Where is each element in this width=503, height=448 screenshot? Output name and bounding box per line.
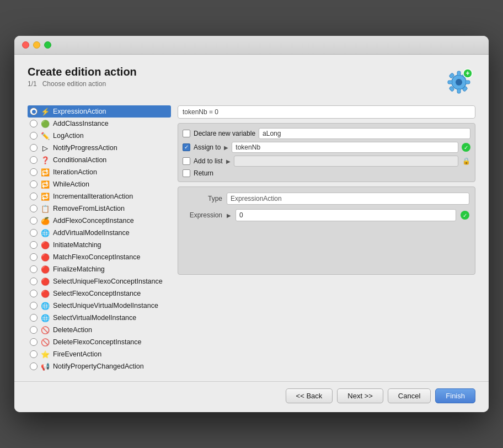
expression-bar: tokenNb = 0 [178,105,475,119]
action-label-selectuniquevirtualmodelinstance: SelectUniqueVirtualModelInstance [53,302,158,310]
radio-selectflexoconceptinstance[interactable] [30,290,38,297]
declare-variable-input[interactable] [259,128,470,139]
action-item-matchflexoconceptinstance[interactable]: 🔴MatchFlexoConceptInstance [28,251,171,263]
title-bar [14,36,489,55]
return-checkbox[interactable] [183,169,190,177]
radio-selectuniquevirtualmodelinstance[interactable] [30,302,38,310]
action-label-addclassinstance: AddClassInstance [53,120,109,127]
action-item-deleteflexoconceptinstance[interactable]: 🚫DeleteFlexoConceptInstance [28,336,171,348]
type-row: Type [184,193,469,205]
action-icon-selectflexoconceptinstance: 🔴 [41,289,50,298]
action-item-finalizematching[interactable]: 🔴FinalizeMatching [28,263,171,275]
svg-point-1 [456,79,462,86]
radio-iterationaction[interactable] [30,168,38,176]
action-icon-whileaction: 🔁 [41,180,50,189]
action-item-selectvirtualmodelinstance[interactable]: 🌐SelectVirtualModelInstance [28,312,171,324]
action-label-addflexoconceptinstance: AddFlexoConceptInstance [53,217,134,225]
action-item-notifypropertychangedaction[interactable]: 📢NotifyPropertyChangedAction [28,360,171,372]
action-item-removefromlistaction[interactable]: 📋RemoveFromListAction [28,202,171,215]
action-label-fireeventaction: FireEventAction [53,350,101,358]
action-icon-notifypropertychangedaction: 📢 [41,362,50,371]
close-button[interactable] [22,41,29,49]
radio-addvirtualmodelinstance[interactable] [30,229,38,237]
gear-icon: + [442,66,475,101]
main-window: Create edition action 1/1 Choose edition… [14,36,489,412]
type-input [227,193,469,205]
action-item-logaction[interactable]: ✏️LogAction [28,130,171,142]
svg-rect-5 [465,81,470,84]
action-label-iterationaction: IterationAction [53,168,97,176]
radio-removefromlistaction[interactable] [30,205,38,212]
assign-to-input[interactable] [232,142,458,153]
action-icon-expressionaction: ⚡ [41,107,50,116]
action-item-addflexoconceptinstance[interactable]: 🍊AddFlexoConceptInstance [28,215,171,227]
radio-fireeventaction[interactable] [30,350,38,358]
action-item-incrementaliterationaction[interactable]: 🔁IncrementalIterationAction [28,190,171,202]
radio-initiatematching[interactable] [30,241,38,249]
radio-notifypropertychangedaction[interactable] [30,362,38,370]
add-to-list-label: Add to list [194,157,223,165]
action-label-notifyprogressaction: NotifyProgressAction [53,144,117,152]
action-label-conditionalaction: ConditionalAction [53,156,106,164]
add-to-list-checkbox[interactable] [183,157,190,165]
action-label-selectvirtualmodelinstance: SelectVirtualModelInstance [53,314,136,322]
radio-expressionaction[interactable] [30,108,38,115]
expr-input[interactable] [236,209,456,221]
action-item-deleteaction[interactable]: 🚫DeleteAction [28,324,171,336]
return-label: Return [194,169,213,177]
action-label-matchflexoconceptinstance: MatchFlexoConceptInstance [53,253,140,261]
add-to-list-lock-icon: 🔒 [462,157,470,166]
radio-whileaction[interactable] [30,180,38,188]
radio-logaction[interactable] [30,132,38,140]
radio-conditionalaction[interactable] [30,156,38,164]
action-item-addvirtualmodelinstance[interactable]: 🌐AddVirtualModelInstance [28,227,171,239]
step-info: 1/1 Choose edition action [28,80,137,88]
action-item-selectuniqueflexoconceptinstance[interactable]: 🔴SelectUniqueFlexoConceptInstance [28,275,171,287]
action-icon-deleteflexoconceptinstance: 🚫 [41,338,50,346]
radio-notifyprogressaction[interactable] [30,144,38,152]
cancel-button[interactable]: Cancel [388,388,431,403]
radio-addclassinstance[interactable] [30,120,38,127]
step-number: 1/1 [28,80,37,88]
action-icon-addflexoconceptinstance: 🍊 [41,216,50,225]
action-label-deleteaction: DeleteAction [53,326,92,334]
action-item-whileaction[interactable]: 🔁WhileAction [28,178,171,190]
radio-addflexoconceptinstance[interactable] [30,217,38,225]
next-button[interactable]: Next >> [337,388,383,403]
action-label-logaction: LogAction [53,132,84,140]
action-item-iterationaction[interactable]: 🔁IterationAction [28,166,171,178]
action-icon-initiatematching: 🔴 [41,241,50,249]
radio-matchflexoconceptinstance[interactable] [30,253,38,261]
finish-button[interactable]: Finish [435,388,475,403]
radio-finalizematching[interactable] [30,265,38,273]
action-label-finalizematching: FinalizeMatching [53,265,105,273]
action-item-addclassinstance[interactable]: 🟢AddClassInstance [28,118,171,130]
assign-to-valid-icon [462,143,470,152]
action-item-notifyprogressaction[interactable]: ▷NotifyProgressAction [28,142,171,154]
radio-deleteflexoconceptinstance[interactable] [30,338,38,346]
svg-rect-4 [448,81,452,84]
minimize-button[interactable] [33,41,40,49]
action-icon-removefromlistaction: 📋 [41,204,50,213]
radio-deleteaction[interactable] [30,326,38,334]
action-icon-conditionalaction: ❓ [41,156,50,164]
action-icon-selectuniquevirtualmodelinstance: 🌐 [41,301,50,310]
action-list: ⚡ExpressionAction🟢AddClassInstance✏️LogA… [28,105,171,372]
radio-selectvirtualmodelinstance[interactable] [30,314,38,322]
options-panel: Declare new variable Assign to ▶ [178,123,475,182]
radio-selectuniqueflexoconceptinstance[interactable] [30,278,38,285]
action-item-fireeventaction[interactable]: ⭐FireEventAction [28,348,171,360]
declare-variable-checkbox[interactable] [183,130,190,137]
action-item-selectflexoconceptinstance[interactable]: 🔴SelectFlexoConceptInstance [28,287,171,300]
declare-variable-row: Declare new variable [183,128,470,139]
radio-incrementaliterationaction[interactable] [30,193,38,200]
maximize-button[interactable] [44,41,51,49]
action-label-selectflexoconceptinstance: SelectFlexoConceptInstance [53,290,141,297]
action-item-conditionalaction[interactable]: ❓ConditionalAction [28,154,171,166]
assign-to-checkbox[interactable] [183,143,190,151]
action-item-initiatematching[interactable]: 🔴InitiateMatching [28,239,171,251]
main-area: ⚡ExpressionAction🟢AddClassInstance✏️LogA… [28,105,475,372]
action-item-expressionaction[interactable]: ⚡ExpressionAction [28,105,171,118]
action-item-selectuniquevirtualmodelinstance[interactable]: 🌐SelectUniqueVirtualModelInstance [28,300,171,312]
back-button[interactable]: << Back [286,388,333,403]
